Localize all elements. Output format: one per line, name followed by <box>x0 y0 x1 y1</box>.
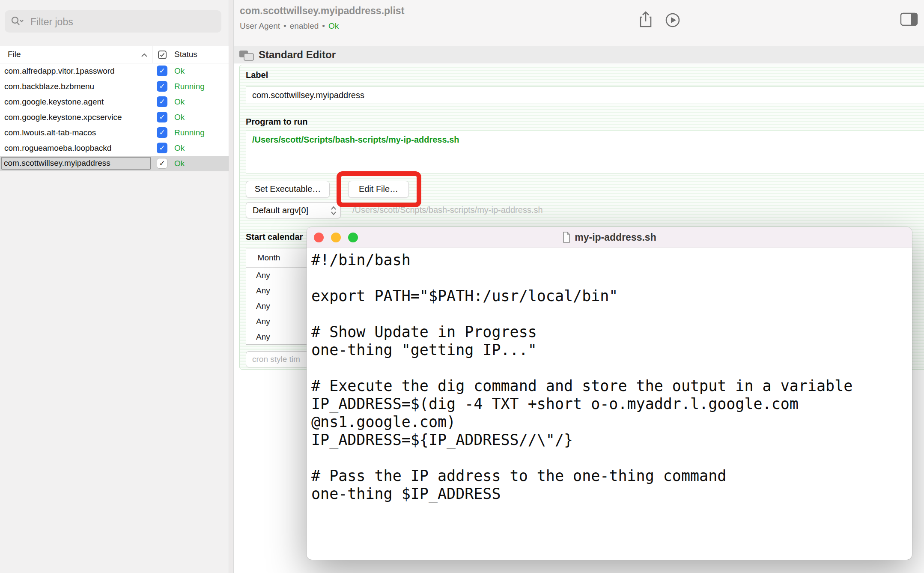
job-state-label: enabled <box>290 21 319 30</box>
label-caption: Label <box>246 70 268 80</box>
job-status: Ok <box>174 113 185 122</box>
job-status: Ok <box>174 66 185 76</box>
job-row[interactable]: com.rogueamoeba.loopbackd Ok <box>0 140 229 156</box>
split-divider[interactable] <box>229 0 234 573</box>
code-line: @ns1.google.com) <box>311 413 908 431</box>
job-status: Ok <box>174 143 185 153</box>
filter-jobs-field[interactable] <box>5 10 221 33</box>
job-enabled-checkbox[interactable] <box>157 143 167 153</box>
job-status: Running <box>174 128 205 137</box>
code-line <box>311 449 908 467</box>
sort-ascending-icon <box>140 53 148 58</box>
job-name: com.google.keystone.xpcservice <box>4 113 122 122</box>
job-status: Ok <box>174 97 185 107</box>
program-caption: Program to run <box>246 117 307 127</box>
standard-editor-icon <box>238 49 255 62</box>
job-row-selected[interactable]: com.scottwillsey.myipaddress Ok <box>0 156 229 171</box>
bullet-separator: • <box>283 21 286 30</box>
job-row[interactable]: com.google.keystone.agent Ok <box>0 94 229 110</box>
job-row[interactable]: com.alfredapp.vitor.1password Ok <box>0 63 229 79</box>
job-enabled-checkbox[interactable] <box>157 66 167 76</box>
column-divider <box>152 46 152 63</box>
code-line <box>311 269 908 287</box>
checkbox-column-icon[interactable] <box>157 50 167 60</box>
code-line: # Show Update in Progress <box>311 323 908 341</box>
job-status: Ok <box>174 159 185 168</box>
job-list-header: File Status <box>0 46 229 63</box>
section-bar: Standard Editor <box>234 46 924 63</box>
cron-placeholder: cron style tim <box>252 355 300 364</box>
job-name: com.rogueamoeba.loopbackd <box>4 143 111 153</box>
job-status-label: Ok <box>328 21 339 30</box>
job-status: Running <box>174 82 205 91</box>
argv-dropdown-label: Default argv[0] <box>253 206 308 215</box>
code-line <box>311 305 908 323</box>
code-line <box>311 359 908 377</box>
minimize-button[interactable] <box>331 233 341 242</box>
job-row[interactable]: com.google.keystone.xpcservice Ok <box>0 110 229 125</box>
code-line: IP_ADDRESS=$(dig -4 TXT +short o-o.myadd… <box>311 395 908 413</box>
job-enabled-checkbox[interactable] <box>157 112 167 122</box>
zoom-button[interactable] <box>348 233 358 242</box>
label-field[interactable]: com.scottwillsey.myipaddress <box>246 86 924 104</box>
job-enabled-checkbox[interactable] <box>157 81 167 92</box>
label-value: com.scottwillsey.myipaddress <box>252 90 364 100</box>
job-enabled-checkbox[interactable] <box>157 158 167 169</box>
program-field[interactable]: /Users/scott/Scripts/bash-scripts/my-ip-… <box>246 131 924 173</box>
sidebar: File Status com.alfredapp.vitor.1passwor… <box>0 0 229 573</box>
share-icon[interactable] <box>636 9 655 29</box>
page-title: com.scottwillsey.myipaddress.plist <box>240 5 404 17</box>
job-enabled-checkbox[interactable] <box>157 127 167 138</box>
status-column-header[interactable]: Status <box>174 50 197 59</box>
stepper-icon <box>330 205 337 216</box>
code-line: IP_ADDRESS=${IP_ADDRESS//\"/} <box>311 431 908 449</box>
job-name: com.google.keystone.agent <box>4 97 104 107</box>
start-calendar-caption: Start calendar <box>246 232 303 242</box>
main-header: com.scottwillsey.myipaddress.plist User … <box>234 0 924 46</box>
job-name: com.backblaze.bzbmenu <box>4 82 94 91</box>
bullet-separator: • <box>322 21 325 30</box>
set-executable-button[interactable]: Set Executable… <box>246 181 330 198</box>
document-icon <box>562 232 571 243</box>
argv-dropdown[interactable]: Default argv[0] <box>246 202 341 218</box>
launchcontrol-window: File Status com.alfredapp.vitor.1passwor… <box>0 0 924 573</box>
job-row[interactable]: com.backblaze.bzbmenu Running <box>0 79 229 94</box>
job-type-label: User Agent <box>240 21 280 30</box>
code-editor[interactable]: #!/bin/bash export PATH="$PATH:/usr/loca… <box>307 248 912 503</box>
window-title: my-ip-address.sh <box>307 227 912 248</box>
job-name: com.alfredapp.vitor.1password <box>4 66 115 76</box>
job-row[interactable]: com.lwouis.alt-tab-macos Running <box>0 125 229 140</box>
job-name: com.scottwillsey.myipaddress <box>4 158 110 168</box>
search-filter-icon <box>10 15 25 28</box>
job-enabled-checkbox[interactable] <box>157 96 167 107</box>
run-job-icon[interactable] <box>663 11 682 30</box>
code-line: # Execute the dig command and store the … <box>311 377 908 395</box>
close-button[interactable] <box>314 233 324 242</box>
job-name: com.lwouis.alt-tab-macos <box>4 128 96 137</box>
code-line: export PATH="$PATH:/usr/local/bin" <box>311 287 908 305</box>
code-line: #!/bin/bash <box>311 251 908 269</box>
script-editor-window[interactable]: my-ip-address.sh #!/bin/bash export PATH… <box>307 227 912 560</box>
job-subtitle: User Agent•enabled•Ok <box>240 21 339 31</box>
toggle-inspector-icon[interactable] <box>899 11 919 27</box>
window-titlebar[interactable]: my-ip-address.sh <box>307 227 912 248</box>
section-title: Standard Editor <box>259 49 336 61</box>
filter-jobs-input[interactable] <box>30 10 215 33</box>
code-line: # Pass the IP address to the one-thing c… <box>311 467 908 485</box>
code-line: one-thing $IP_ADDRESS <box>311 485 908 503</box>
file-column-header[interactable]: File <box>8 50 21 59</box>
code-line: one-thing "getting IP..." <box>311 341 908 359</box>
program-value: /Users/scott/Scripts/bash-scripts/my-ip-… <box>252 135 459 145</box>
edit-file-highlight-annotation <box>337 171 421 207</box>
